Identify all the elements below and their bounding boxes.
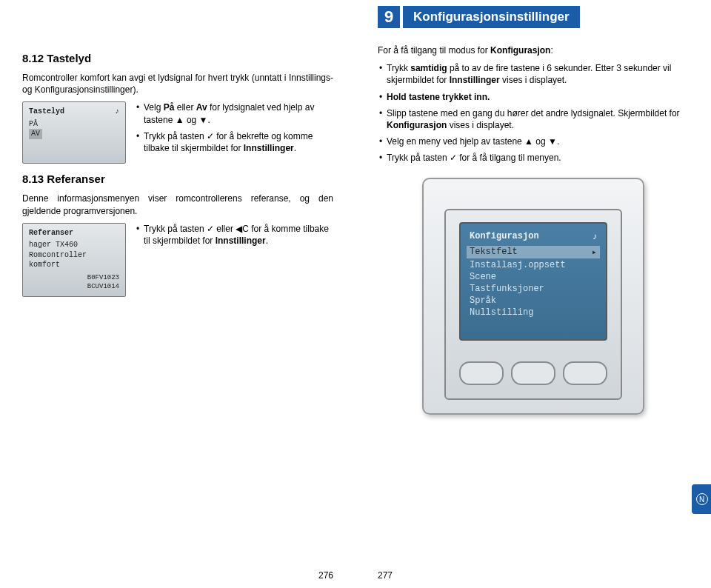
bullet-list: Trykk samtidig på to av de fire tastene … [378, 62, 689, 164]
lcd-line: PÅ [29, 119, 119, 130]
screen-menu-item: Språk [470, 295, 597, 307]
side-tab: N [692, 484, 711, 514]
heading-8-12: 8.12 Tastelyd [22, 52, 333, 64]
page-number: 276 [318, 570, 333, 581]
list-item: Trykk på tasten ✓ for å få tilgang til m… [378, 152, 689, 164]
intro-text: For å få tilgang til modus for Konfigura… [378, 44, 689, 56]
lcd-line: hager TX460 [29, 240, 119, 250]
list-item: Trykk på tasten ✓ for å bekrefte og komm… [135, 130, 333, 154]
note-icon: ♪ [115, 107, 119, 117]
text-8-13-intro: Denne informasjonsmenyen viser romcontro… [22, 193, 333, 216]
lcd-footer-line: BCUV1014 [87, 282, 119, 291]
lcd-line: komfort [29, 260, 119, 270]
hw-button-row [459, 361, 607, 385]
screen-menu-item: Tastfunksjoner [470, 283, 597, 295]
bullet-list: Velg På eller Av for lydsignalet ved hje… [135, 101, 333, 158]
device-illustration: Konfigurasjon ♪ Tekstfelt▸Installasj.opp… [422, 178, 644, 415]
page-right: 9 Konfigurasjonsinstillinger For å få ti… [356, 0, 711, 588]
side-tab-label: N [696, 493, 708, 505]
lcd-line: Romcontroller [29, 250, 119, 261]
lcd-thumb-referanser: Referanser hager TX460 Romcontroller kom… [22, 223, 126, 297]
block-8-13: Referanser hager TX460 Romcontroller kom… [22, 223, 333, 297]
lcd-thumb-tastelyd: Tastelyd ♪ PÅ AV [22, 101, 126, 164]
chapter-title: Konfigurasjonsinstillinger [403, 6, 580, 28]
lcd-title: Tastelyd [29, 107, 64, 117]
lcd-line-selected: AV [29, 129, 42, 139]
lcd-title: Referanser [29, 228, 73, 238]
page-left: 8.12 Tastelyd Romcontroller komfort kan … [0, 0, 356, 588]
device-screen: Konfigurasjon ♪ Tekstfelt▸Installasj.opp… [459, 222, 607, 341]
hw-button [459, 361, 504, 385]
list-item: Velg På eller Av for lydsignalet ved hje… [135, 101, 333, 125]
hw-button [563, 361, 607, 385]
device-bezel: Konfigurasjon ♪ Tekstfelt▸Installasj.opp… [444, 209, 622, 400]
screen-menu-item: Installasj.oppsett [470, 259, 597, 271]
hw-button [511, 361, 555, 385]
chapter-number: 9 [378, 6, 400, 28]
bullet-list: Trykk på tasten ✓ eller ◀C for å komme t… [135, 223, 333, 251]
screen-menu-item: Tekstfelt▸ [467, 246, 600, 258]
heading-8-13: 8.13 Referanser [22, 173, 333, 185]
list-item: Trykk på tasten ✓ eller ◀C for å komme t… [135, 223, 333, 247]
text-8-12-intro: Romcontroller komfort kan avgi et lydsig… [22, 72, 333, 96]
list-item: Hold tastene trykket inn. [378, 91, 689, 103]
block-8-12: Tastelyd ♪ PÅ AV Velg På eller Av for ly… [22, 101, 333, 164]
chevron-right-icon: ▸ [592, 247, 597, 258]
chapter-header: 9 Konfigurasjonsinstillinger [378, 6, 689, 28]
note-icon: ♪ [592, 231, 597, 241]
screen-title: Konfigurasjon [470, 231, 539, 241]
list-item: Slipp tastene med en gang du hører det a… [378, 107, 689, 131]
screen-menu-item: Nullstilling [470, 307, 597, 318]
list-item: Trykk samtidig på to av de fire tastene … [378, 62, 689, 86]
lcd-footer-line: B0FV1023 [87, 273, 119, 282]
page-number: 277 [378, 570, 393, 581]
screen-menu-item: Scene [470, 271, 597, 283]
list-item: Velg en meny ved hjelp av tastene ▲ og ▼… [378, 136, 689, 147]
